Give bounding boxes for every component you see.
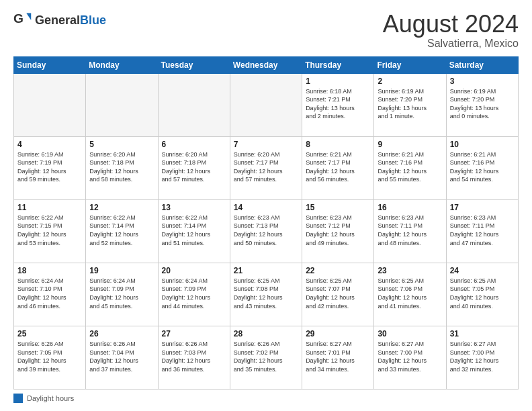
calendar-cell: 24Sunrise: 6:25 AM Sunset: 7:05 PM Dayli… bbox=[446, 263, 518, 326]
day-info: Sunrise: 6:22 AM Sunset: 7:14 PM Dayligh… bbox=[162, 214, 226, 247]
col-monday: Monday bbox=[86, 56, 158, 73]
day-info: Sunrise: 6:25 AM Sunset: 7:08 PM Dayligh… bbox=[234, 277, 298, 310]
col-thursday: Thursday bbox=[302, 56, 374, 73]
calendar-cell: 1Sunrise: 6:18 AM Sunset: 7:21 PM Daylig… bbox=[302, 73, 374, 136]
calendar-header-row: Sunday Monday Tuesday Wednesday Thursday… bbox=[14, 56, 519, 73]
calendar-week-3: 11Sunrise: 6:22 AM Sunset: 7:15 PM Dayli… bbox=[14, 199, 519, 263]
day-number: 17 bbox=[450, 203, 515, 212]
title-block: August 2024 Salvatierra, Mexico bbox=[383, 11, 519, 50]
col-tuesday: Tuesday bbox=[158, 56, 230, 73]
day-number: 24 bbox=[450, 266, 515, 275]
day-info: Sunrise: 6:22 AM Sunset: 7:14 PM Dayligh… bbox=[89, 214, 154, 247]
day-number: 18 bbox=[17, 266, 82, 275]
calendar-cell: 4Sunrise: 6:19 AM Sunset: 7:19 PM Daylig… bbox=[14, 136, 86, 199]
day-info: Sunrise: 6:26 AM Sunset: 7:02 PM Dayligh… bbox=[234, 340, 298, 373]
calendar-week-5: 25Sunrise: 6:26 AM Sunset: 7:05 PM Dayli… bbox=[14, 326, 519, 389]
day-number: 31 bbox=[450, 329, 515, 338]
day-info: Sunrise: 6:24 AM Sunset: 7:10 PM Dayligh… bbox=[17, 277, 82, 310]
calendar-cell: 9Sunrise: 6:21 AM Sunset: 7:16 PM Daylig… bbox=[374, 136, 446, 199]
day-info: Sunrise: 6:19 AM Sunset: 7:20 PM Dayligh… bbox=[450, 87, 515, 121]
day-number: 20 bbox=[162, 266, 226, 275]
day-info: Sunrise: 6:22 AM Sunset: 7:15 PM Dayligh… bbox=[17, 214, 82, 247]
calendar-cell: 18Sunrise: 6:24 AM Sunset: 7:10 PM Dayli… bbox=[14, 263, 86, 326]
calendar-cell: 15Sunrise: 6:23 AM Sunset: 7:12 PM Dayli… bbox=[302, 199, 374, 263]
col-wednesday: Wednesday bbox=[230, 56, 302, 73]
day-number: 28 bbox=[234, 329, 298, 338]
legend-label: Daylight hours bbox=[27, 394, 74, 402]
calendar-cell: 12Sunrise: 6:22 AM Sunset: 7:14 PM Dayli… bbox=[86, 199, 158, 263]
day-number: 21 bbox=[234, 266, 298, 275]
day-info: Sunrise: 6:26 AM Sunset: 7:05 PM Dayligh… bbox=[17, 340, 82, 373]
day-number: 3 bbox=[450, 77, 515, 86]
legend-color-box bbox=[13, 394, 23, 403]
day-info: Sunrise: 6:25 AM Sunset: 7:07 PM Dayligh… bbox=[306, 277, 370, 310]
day-info: Sunrise: 6:26 AM Sunset: 7:04 PM Dayligh… bbox=[89, 340, 154, 373]
calendar-cell bbox=[158, 73, 230, 136]
logo-icon: G bbox=[13, 11, 32, 30]
day-info: Sunrise: 6:18 AM Sunset: 7:21 PM Dayligh… bbox=[306, 87, 370, 121]
day-info: Sunrise: 6:21 AM Sunset: 7:16 PM Dayligh… bbox=[378, 150, 442, 184]
day-info: Sunrise: 6:19 AM Sunset: 7:20 PM Dayligh… bbox=[378, 87, 442, 121]
calendar-cell: 23Sunrise: 6:25 AM Sunset: 7:06 PM Dayli… bbox=[374, 263, 446, 326]
calendar-cell: 19Sunrise: 6:24 AM Sunset: 7:09 PM Dayli… bbox=[86, 263, 158, 326]
day-info: Sunrise: 6:24 AM Sunset: 7:09 PM Dayligh… bbox=[89, 277, 154, 310]
page: G GeneralBlue August 2024 Salvatierra, M… bbox=[0, 0, 532, 411]
day-number: 10 bbox=[450, 140, 515, 149]
calendar-table: Sunday Monday Tuesday Wednesday Thursday… bbox=[13, 56, 519, 390]
day-number: 15 bbox=[306, 203, 370, 212]
calendar-cell: 31Sunrise: 6:27 AM Sunset: 7:00 PM Dayli… bbox=[446, 326, 518, 389]
calendar-cell bbox=[230, 73, 302, 136]
day-info: Sunrise: 6:20 AM Sunset: 7:17 PM Dayligh… bbox=[234, 150, 298, 184]
day-number: 4 bbox=[17, 140, 82, 149]
calendar-cell: 20Sunrise: 6:24 AM Sunset: 7:09 PM Dayli… bbox=[158, 263, 230, 326]
day-number: 30 bbox=[378, 329, 442, 338]
logo: G GeneralBlue bbox=[13, 11, 106, 30]
day-info: Sunrise: 6:23 AM Sunset: 7:11 PM Dayligh… bbox=[450, 214, 515, 247]
day-info: Sunrise: 6:23 AM Sunset: 7:13 PM Dayligh… bbox=[234, 214, 298, 247]
day-number: 7 bbox=[234, 140, 298, 149]
calendar-cell: 27Sunrise: 6:26 AM Sunset: 7:03 PM Dayli… bbox=[158, 326, 230, 389]
header: G GeneralBlue August 2024 Salvatierra, M… bbox=[13, 11, 519, 50]
calendar-cell: 13Sunrise: 6:22 AM Sunset: 7:14 PM Dayli… bbox=[158, 199, 230, 263]
calendar-cell: 2Sunrise: 6:19 AM Sunset: 7:20 PM Daylig… bbox=[374, 73, 446, 136]
calendar-cell: 14Sunrise: 6:23 AM Sunset: 7:13 PM Dayli… bbox=[230, 199, 302, 263]
day-info: Sunrise: 6:27 AM Sunset: 7:00 PM Dayligh… bbox=[450, 340, 515, 373]
location: Salvatierra, Mexico bbox=[383, 38, 519, 50]
calendar-cell: 11Sunrise: 6:22 AM Sunset: 7:15 PM Dayli… bbox=[14, 199, 86, 263]
calendar-cell bbox=[86, 73, 158, 136]
day-info: Sunrise: 6:24 AM Sunset: 7:09 PM Dayligh… bbox=[162, 277, 226, 310]
day-number: 23 bbox=[378, 266, 442, 275]
day-info: Sunrise: 6:21 AM Sunset: 7:17 PM Dayligh… bbox=[306, 150, 370, 184]
day-info: Sunrise: 6:25 AM Sunset: 7:05 PM Dayligh… bbox=[450, 277, 515, 310]
logo-general: General bbox=[35, 13, 80, 27]
svg-text:G: G bbox=[13, 11, 24, 26]
calendar-cell: 29Sunrise: 6:27 AM Sunset: 7:01 PM Dayli… bbox=[302, 326, 374, 389]
month-year: August 2024 bbox=[383, 11, 519, 38]
day-number: 12 bbox=[89, 203, 154, 212]
calendar-cell: 22Sunrise: 6:25 AM Sunset: 7:07 PM Dayli… bbox=[302, 263, 374, 326]
col-sunday: Sunday bbox=[14, 56, 86, 73]
day-info: Sunrise: 6:26 AM Sunset: 7:03 PM Dayligh… bbox=[162, 340, 226, 373]
col-saturday: Saturday bbox=[446, 56, 518, 73]
day-number: 14 bbox=[234, 203, 298, 212]
day-info: Sunrise: 6:27 AM Sunset: 7:01 PM Dayligh… bbox=[306, 340, 370, 373]
day-number: 29 bbox=[306, 329, 370, 338]
day-number: 1 bbox=[306, 77, 370, 86]
day-info: Sunrise: 6:20 AM Sunset: 7:18 PM Dayligh… bbox=[162, 150, 226, 184]
day-info: Sunrise: 6:27 AM Sunset: 7:00 PM Dayligh… bbox=[378, 340, 442, 373]
calendar-cell: 28Sunrise: 6:26 AM Sunset: 7:02 PM Dayli… bbox=[230, 326, 302, 389]
day-info: Sunrise: 6:19 AM Sunset: 7:19 PM Dayligh… bbox=[17, 150, 82, 184]
day-info: Sunrise: 6:23 AM Sunset: 7:11 PM Dayligh… bbox=[378, 214, 442, 247]
calendar-week-2: 4Sunrise: 6:19 AM Sunset: 7:19 PM Daylig… bbox=[14, 136, 519, 199]
day-number: 16 bbox=[378, 203, 442, 212]
calendar-week-1: 1Sunrise: 6:18 AM Sunset: 7:21 PM Daylig… bbox=[14, 73, 519, 136]
svg-marker-1 bbox=[26, 13, 31, 21]
day-number: 8 bbox=[306, 140, 370, 149]
day-info: Sunrise: 6:20 AM Sunset: 7:18 PM Dayligh… bbox=[89, 150, 154, 184]
day-info: Sunrise: 6:23 AM Sunset: 7:12 PM Dayligh… bbox=[306, 214, 370, 247]
calendar-cell: 21Sunrise: 6:25 AM Sunset: 7:08 PM Dayli… bbox=[230, 263, 302, 326]
calendar-cell: 17Sunrise: 6:23 AM Sunset: 7:11 PM Dayli… bbox=[446, 199, 518, 263]
day-number: 25 bbox=[17, 329, 82, 338]
calendar-cell: 10Sunrise: 6:21 AM Sunset: 7:16 PM Dayli… bbox=[446, 136, 518, 199]
day-number: 11 bbox=[17, 203, 82, 212]
